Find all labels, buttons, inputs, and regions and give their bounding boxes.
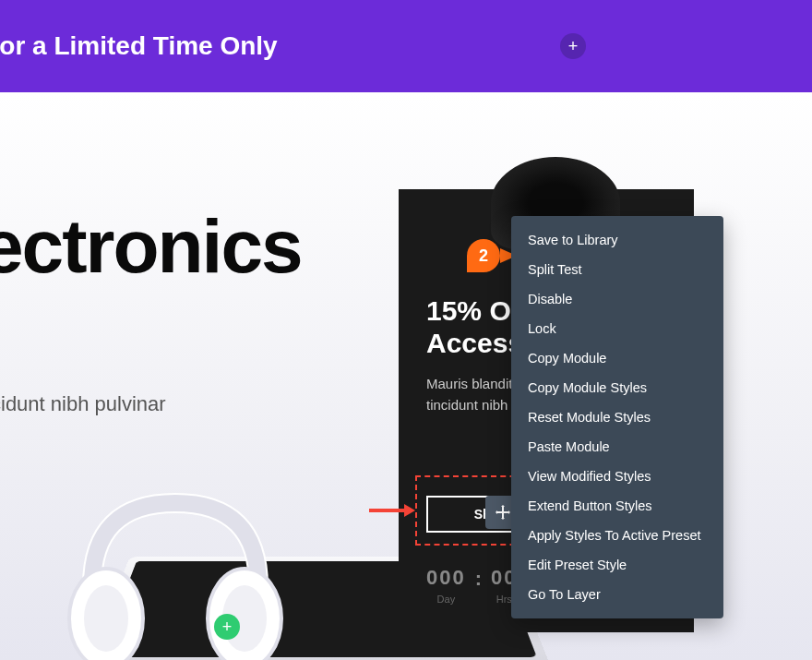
callout-marker-2: 2	[467, 239, 500, 272]
menu-go-to-layer[interactable]: Go To Layer	[511, 580, 723, 609]
promo-banner: for a Limited Time Only +	[0, 0, 812, 92]
menu-paste-module[interactable]: Paste Module	[511, 432, 723, 462]
hero-title: ectronics	[0, 203, 302, 290]
banner-text: for a Limited Time Only	[0, 31, 278, 61]
menu-split-test[interactable]: Split Test	[511, 255, 723, 284]
svg-marker-5	[404, 504, 415, 517]
menu-edit-preset-style[interactable]: Edit Preset Style	[511, 550, 723, 580]
svg-point-1	[84, 585, 128, 652]
menu-reset-module-styles[interactable]: Reset Module Styles	[511, 402, 723, 432]
menu-copy-module-styles[interactable]: Copy Module Styles	[511, 373, 723, 402]
menu-disable[interactable]: Disable	[511, 284, 723, 314]
hero-section: ectronics cidunt nibh pulvinar + 15% Off…	[0, 92, 812, 660]
context-menu: Save to Library Split Test Disable Lock …	[511, 216, 723, 618]
arrow-right-icon	[369, 501, 415, 520]
menu-save-to-library[interactable]: Save to Library	[511, 225, 723, 255]
move-icon[interactable]	[495, 504, 511, 521]
plus-icon: +	[222, 618, 233, 637]
menu-view-modified-styles[interactable]: View Modified Styles	[511, 462, 723, 491]
menu-lock[interactable]: Lock	[511, 314, 723, 343]
add-section-button[interactable]: +	[560, 33, 586, 59]
headphones-image	[55, 448, 295, 660]
countdown-day: 000 Day	[426, 566, 466, 605]
menu-copy-module[interactable]: Copy Module	[511, 343, 723, 373]
menu-extend-button-styles[interactable]: Extend Button Styles	[511, 491, 723, 521]
add-module-button[interactable]: +	[214, 614, 240, 640]
plus-icon: +	[568, 37, 579, 56]
menu-apply-styles-preset[interactable]: Apply Styles To Active Preset	[511, 521, 723, 550]
hero-subtitle: cidunt nibh pulvinar	[0, 392, 166, 416]
